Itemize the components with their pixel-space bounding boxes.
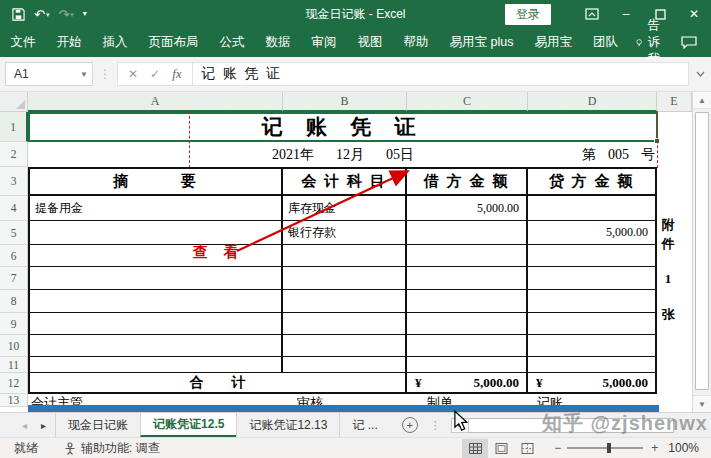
cell-credit[interactable] <box>528 313 655 335</box>
tab-review[interactable]: 审阅 <box>301 28 347 57</box>
tab-page-layout[interactable]: 页面布局 <box>138 28 209 57</box>
page-layout-view-icon[interactable] <box>488 439 514 458</box>
normal-view-icon[interactable] <box>462 439 488 458</box>
header-credit[interactable]: 贷 方 金 额 <box>528 169 655 196</box>
row-header-11[interactable]: 11 <box>0 357 28 373</box>
cell-account[interactable] <box>283 313 407 335</box>
name-box[interactable]: A1 ▼ <box>5 62 93 86</box>
tab-view[interactable]: 视图 <box>347 28 393 57</box>
cell-account[interactable]: 库存现金 <box>283 196 407 221</box>
cell-debit[interactable] <box>407 245 528 267</box>
insert-function-icon[interactable]: fx <box>172 66 181 82</box>
cell-debit[interactable] <box>407 267 528 290</box>
new-sheet-button[interactable]: + <box>402 417 418 433</box>
cell-credit[interactable] <box>528 290 655 313</box>
tab-yiyongbao-plus[interactable]: 易用宝 plus <box>439 28 524 57</box>
tab-formulas[interactable]: 公式 <box>209 28 255 57</box>
redo-dropdown-icon[interactable]: ▾ <box>70 11 74 18</box>
cell-summary[interactable] <box>30 313 283 335</box>
row-header-6[interactable]: 6 <box>0 245 28 267</box>
tab-insert[interactable]: 插入 <box>92 28 138 57</box>
sheet-tab-cash-journal[interactable]: 现金日记账 <box>55 413 141 437</box>
ribbon-display-options-icon[interactable] <box>575 0 609 28</box>
tab-team[interactable]: 团队 <box>582 28 628 57</box>
cell-account[interactable]: 银行存款 <box>283 221 407 245</box>
cell-debit[interactable] <box>407 335 528 357</box>
column-header-b[interactable]: B <box>283 92 407 112</box>
row-header-8[interactable]: 8 <box>0 290 28 313</box>
login-button[interactable]: 登录 <box>505 4 551 25</box>
zoom-in-button[interactable]: + <box>651 441 658 455</box>
zoom-out-button[interactable]: − <box>554 441 561 455</box>
expand-formula-bar-icon[interactable] <box>689 71 711 77</box>
cell-account[interactable] <box>283 335 407 357</box>
formula-input[interactable]: 记 账 凭 证 <box>193 62 689 86</box>
total-label-cell[interactable]: 合 计 <box>30 373 407 393</box>
customize-qat-icon[interactable]: ▾ <box>83 10 87 18</box>
header-account[interactable]: 会 计 科 目 <box>283 169 407 196</box>
cell-summary[interactable] <box>30 221 283 245</box>
cell-credit[interactable] <box>528 267 655 290</box>
cell-summary[interactable] <box>30 357 283 373</box>
row-header-7[interactable]: 7 <box>0 267 28 290</box>
tab-file[interactable]: 文件 <box>0 28 46 57</box>
name-box-dropdown-icon[interactable]: ▼ <box>80 70 88 79</box>
cell-account[interactable] <box>283 267 407 290</box>
tab-data[interactable]: 数据 <box>255 28 301 57</box>
cell-credit[interactable] <box>528 357 655 373</box>
redo-button[interactable]: ↷▾ <box>58 8 73 21</box>
cell-debit[interactable] <box>407 290 528 313</box>
sheet-tab-voucher-12-13[interactable]: 记账凭证12.13 <box>236 413 340 437</box>
comments-icon[interactable] <box>681 36 697 49</box>
row-header-4[interactable]: 4 <box>0 196 28 221</box>
voucher-title-cell[interactable]: 记 账 凭 证 <box>28 112 658 142</box>
total-debit-cell[interactable]: ¥ 5,000.00 <box>407 373 528 393</box>
cell-credit[interactable] <box>528 196 655 221</box>
tab-home[interactable]: 开始 <box>46 28 92 57</box>
zoom-slider[interactable] <box>567 447 643 449</box>
cell-credit[interactable]: 5,000.00 <box>528 221 655 245</box>
column-header-c[interactable]: C <box>407 92 528 112</box>
cell-summary[interactable] <box>30 267 283 290</box>
header-summary[interactable]: 摘 要 <box>30 169 283 196</box>
column-header-e[interactable]: E <box>657 92 692 112</box>
cell-credit[interactable] <box>528 245 655 267</box>
cell-debit[interactable]: 5,000.00 <box>407 196 528 221</box>
undo-dropdown-icon[interactable]: ▾ <box>46 11 50 18</box>
cancel-entry-icon[interactable]: ✕ <box>128 67 138 81</box>
row-header-2[interactable]: 2 <box>0 142 28 167</box>
page-break-view-icon[interactable] <box>514 439 540 458</box>
vertical-scroll-thumb[interactable] <box>695 112 709 390</box>
zoom-slider-thumb[interactable] <box>607 443 611 453</box>
row-header-12[interactable]: 12 <box>0 373 28 394</box>
header-debit[interactable]: 借 方 金 额 <box>407 169 528 196</box>
column-header-a[interactable]: A <box>28 92 283 112</box>
cell-account[interactable] <box>283 245 407 267</box>
cell-debit[interactable] <box>407 357 528 373</box>
cell-credit[interactable] <box>528 335 655 357</box>
row-header-9[interactable]: 9 <box>0 313 28 335</box>
zoom-level[interactable]: 100% <box>668 441 699 455</box>
total-credit-cell[interactable]: ¥ 5,000.00 <box>528 373 655 393</box>
cell-debit[interactable] <box>407 221 528 245</box>
select-all-button[interactable] <box>0 92 28 112</box>
confirm-entry-icon[interactable]: ✓ <box>150 67 160 81</box>
accessibility-status[interactable]: 辅助功能: 调查 <box>64 440 160 457</box>
sheet-tab-voucher-12-5[interactable]: 记账凭证12.5 <box>140 413 237 437</box>
voucher-number-cell[interactable]: 第 005 号 <box>545 142 655 167</box>
cell-summary[interactable] <box>30 335 283 357</box>
sheet-nav-right-icon[interactable]: ▸ <box>41 420 46 431</box>
undo-button[interactable]: ↶▾ <box>34 8 49 21</box>
cell-account[interactable] <box>283 357 407 373</box>
scroll-up-icon[interactable]: ▲ <box>693 92 711 109</box>
row-header-1[interactable]: 1 <box>0 112 28 142</box>
cell-summary[interactable] <box>30 245 283 267</box>
tab-yiyongbao[interactable]: 易用宝 <box>524 28 583 57</box>
row-header-5[interactable]: 5 <box>0 221 28 245</box>
vertical-scrollbar[interactable]: ▲ ▼ <box>692 92 711 412</box>
cell-debit[interactable] <box>407 313 528 335</box>
cell-summary[interactable] <box>30 290 283 313</box>
save-icon[interactable] <box>12 8 25 21</box>
column-header-d[interactable]: D <box>528 92 657 112</box>
row-header-10[interactable]: 10 <box>0 335 28 357</box>
